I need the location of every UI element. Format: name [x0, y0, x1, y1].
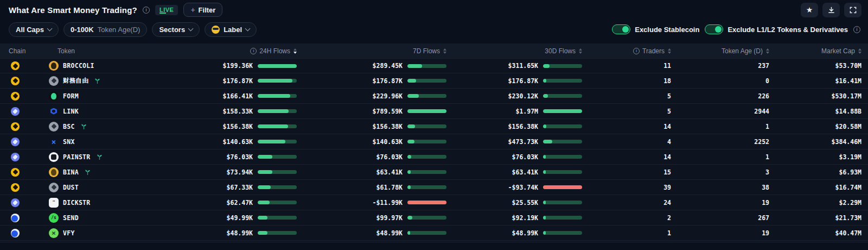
sectors-filter-chip[interactable]: Sectors	[152, 22, 200, 37]
chain-cell	[0, 198, 49, 207]
bnb-chain-icon	[11, 122, 20, 131]
column-header-market-cap[interactable]: Market Cap	[769, 47, 861, 55]
exclude-stablecoin-toggle[interactable]	[612, 24, 630, 34]
flows-30d-bar	[543, 170, 582, 174]
flows-7d-bar	[407, 124, 446, 128]
filter-button[interactable]: + Filter	[183, 3, 222, 17]
flows-30d-cell: $25.55K	[446, 199, 582, 207]
flows-30d-bar	[543, 64, 582, 68]
market-cap-value: $53.70M	[769, 62, 861, 70]
table-row[interactable]: BSC$156.38K$156.38K$156.38K141$20.58M	[0, 119, 868, 134]
orb-chain-icon	[11, 229, 20, 238]
download-icon	[828, 7, 835, 14]
chain-cell	[0, 153, 49, 161]
bnb-chain-icon	[11, 61, 20, 70]
token-cell[interactable]: 财務自由	[49, 76, 195, 86]
flows-24h-bar	[258, 231, 297, 235]
column-header-30d-flows[interactable]: 30D Flows	[446, 47, 582, 55]
column-header-traders[interactable]: i Traders	[582, 47, 671, 55]
table-row[interactable]: ™DICKSTR$62.47K-$11.99K$25.55K2419$2.29M	[0, 195, 868, 210]
table-row[interactable]: BINA$73.94K$63.41K$63.41K153$6.93M	[0, 165, 868, 180]
token-age-filter-chip[interactable]: 0-100K Token Age(D)	[63, 22, 147, 37]
24h-flows-info-icon: i	[250, 48, 257, 54]
token-cell[interactable]: ™DICKSTR	[49, 198, 195, 208]
exclude-l1l2-toggle[interactable]	[705, 24, 723, 34]
eth-chain-icon	[11, 107, 20, 116]
new-token-sprout-icon	[84, 168, 91, 176]
token-icon: ™	[49, 198, 59, 208]
chain-cell	[0, 138, 49, 146]
table-row[interactable]: PAINSTR$76.03K$76.03K$76.03K141$3.19M	[0, 149, 868, 165]
column-header-7d-flows[interactable]: 7D Flows	[297, 47, 446, 55]
table-row[interactable]: BROCCOLI$199.36K$289.45K$311.65K11237$53…	[0, 58, 868, 73]
market-cap-value: $16.41M	[769, 77, 861, 85]
traders-value: 18	[582, 77, 671, 85]
favorite-button[interactable]: ★	[801, 3, 818, 17]
flows-24h-cell: $62.47K	[195, 199, 297, 207]
table-row[interactable]: DUST$67.33K$61.78K-$93.74K3938$16.74M	[0, 180, 868, 195]
new-token-sprout-icon	[80, 123, 87, 130]
flows-7d-cell: $140.63K	[297, 138, 446, 146]
filter-button-label: Filter	[199, 6, 216, 14]
token-cell[interactable]: DUST	[49, 183, 195, 192]
flows-24h-cell: $67.33K	[195, 184, 297, 191]
title-info-icon[interactable]: i	[143, 7, 150, 14]
token-cell[interactable]: FORM	[49, 91, 195, 101]
filters-bar: All Caps 0-100K Token Age(D) Sectors Lab…	[0, 21, 868, 38]
flows-24h-value: $67.33K	[227, 184, 253, 191]
token-cell[interactable]: LINK	[49, 107, 195, 116]
flows-30d-value: $48.99K	[512, 229, 538, 237]
table-row[interactable]: /sSEND$49.99K$99.97K$92.19K2267$21.73M	[0, 210, 868, 226]
flows-7d-value: $176.87K	[373, 77, 403, 85]
flows-24h-value: $140.63K	[223, 138, 253, 146]
token-name: 财務自由	[63, 77, 88, 85]
flows-24h-value: $176.87K	[223, 77, 253, 85]
chain-cell	[0, 122, 49, 131]
flows-30d-value: -$93.74K	[508, 184, 538, 191]
token-cell[interactable]: /sSEND	[49, 213, 195, 223]
table-row[interactable]: ×VFY$48.99K$48.99K$48.99K119$40.47M	[0, 226, 868, 241]
table-row[interactable]: FORM$166.41K$229.96K$230.12K5226$530.17M	[0, 89, 868, 104]
flows-30d-value: $230.12K	[508, 92, 538, 100]
market-cap-filter-chip[interactable]: All Caps	[9, 22, 59, 37]
flows-7d-bar	[407, 216, 446, 220]
flows-7d-value: $229.96K	[373, 92, 403, 100]
table-row[interactable]: ×SNX$140.63K$140.63K$473.73K42252$384.46…	[0, 134, 868, 149]
flows-30d-value: $473.73K	[508, 138, 538, 146]
exclude-stablecoin-toggle-group[interactable]: Exclude Stablecoin	[612, 24, 699, 34]
flows-24h-bar	[258, 170, 297, 174]
token-cell[interactable]: BROCCOLI	[49, 61, 195, 71]
l1l2-info-icon[interactable]: i	[853, 26, 860, 33]
exclude-l1l2-toggle-group[interactable]: Exclude L1/L2 Tokens & Derivatives	[705, 24, 848, 34]
chevron-down-icon	[245, 26, 251, 32]
token-name: SNX	[63, 138, 75, 146]
token-name: DICKSTR	[63, 199, 91, 207]
flows-30d-bar	[543, 216, 582, 220]
flows-24h-cell: $140.63K	[195, 138, 297, 146]
column-header-token-age[interactable]: Token Age (D)	[671, 47, 769, 55]
traders-value: 4	[582, 138, 671, 146]
download-button[interactable]	[822, 3, 840, 17]
flows-30d-cell: $63.41K	[446, 168, 582, 176]
token-cell[interactable]: BINA	[49, 167, 195, 177]
flows-30d-bar	[543, 124, 582, 128]
chain-cell	[0, 77, 49, 85]
table-row[interactable]: 财務自由$176.87K$176.87K$176.87K180$16.41M	[0, 73, 868, 89]
fullscreen-button[interactable]	[844, 3, 861, 17]
token-cell[interactable]: PAINSTR	[49, 152, 195, 162]
token-cell[interactable]: ×SNX	[49, 137, 195, 147]
flows-30d-value: $63.41K	[512, 168, 538, 176]
flows-24h-bar	[258, 94, 297, 98]
token-age-suffix: Token Age(D)	[98, 26, 141, 34]
token-icon: /s	[49, 213, 59, 223]
token-cell[interactable]: ×VFY	[49, 228, 195, 238]
label-filter-chip[interactable]: Label	[205, 22, 257, 37]
market-cap-value: $384.46M	[769, 138, 861, 146]
flows-7d-bar	[407, 140, 446, 143]
eth-chain-icon	[11, 138, 20, 146]
column-header-24h-flows[interactable]: i 24H Flows	[195, 47, 297, 55]
new-token-sprout-icon	[94, 77, 101, 84]
token-cell[interactable]: BSC	[49, 122, 195, 132]
table-row[interactable]: LINK$158.33K$789.59K$1.97M52944$14.88B	[0, 104, 868, 119]
token-age-value: 19	[671, 229, 769, 237]
